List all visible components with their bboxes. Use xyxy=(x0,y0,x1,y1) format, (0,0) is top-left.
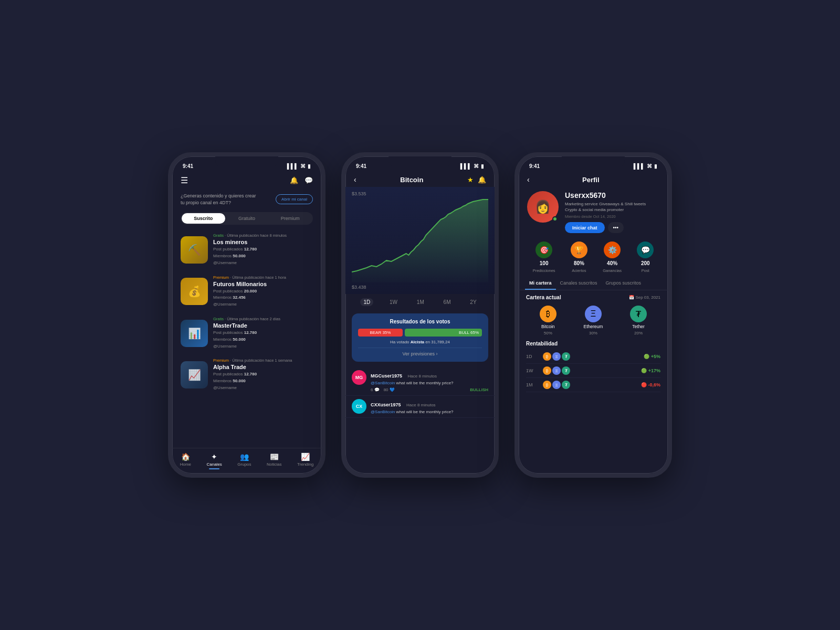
comment-username[interactable]: CXXuser1975 xyxy=(371,402,401,407)
wallet-header: Cartera actual 📅 Sep 03, 2021 xyxy=(526,295,660,300)
channel-stats: Post publicados 12.780 Miembros 50.000 @… xyxy=(213,246,313,266)
battery-icon: ▮ xyxy=(481,163,484,169)
profile-description: Marketing service Giveaways & Shill twee… xyxy=(565,201,659,213)
stat-label: Post xyxy=(642,268,649,273)
channel-thumb: ⛏️ xyxy=(181,236,208,264)
crypto-row: ₿ Bitcoin 50% Ξ Ethereum 30% ₮ Tether 20… xyxy=(526,306,660,335)
hamburger-icon[interactable]: ☰ xyxy=(181,175,188,185)
avatar: MG xyxy=(352,370,366,385)
home-icon: 🏠 xyxy=(181,453,190,461)
comment-header: MGCuser1975 Hace 8 minutos xyxy=(371,370,488,380)
phone3-header: ‹ Perfil xyxy=(519,171,668,187)
tab-mi-cartera[interactable]: Mi cartera xyxy=(525,277,556,290)
mention[interactable]: @SanBitcoin xyxy=(371,381,395,385)
tab-canales-suscritos[interactable]: Canales suscritos xyxy=(556,277,602,290)
channel-thumb: 💰 xyxy=(181,278,208,305)
mention[interactable]: @SanBitcoin xyxy=(371,410,395,414)
crypto-tether: ₮ Tether 20% xyxy=(630,306,647,335)
eth-coin: Ξ xyxy=(552,352,561,361)
favorite-icon[interactable]: ★ xyxy=(467,176,474,184)
profile-avatar-wrap: 👩 xyxy=(527,191,559,223)
like-count: 80 💙 xyxy=(384,387,395,392)
phone1-header: ☰ 🔔 💬 xyxy=(172,171,321,188)
btc-coin: ₿ xyxy=(543,352,551,361)
time-tab-1m[interactable]: 1M xyxy=(414,298,427,306)
channel-thumb: 📊 xyxy=(181,320,208,347)
vote-user: Alcista xyxy=(411,340,424,344)
phones-container: 9:41 ▌▌▌ ⌘ ▮ ☰ 🔔 💬 ¿Generas contenido y … xyxy=(168,152,672,478)
list-item[interactable]: 📊 Gratis · Última publicación hace 2 día… xyxy=(172,312,321,354)
nav-item-grupos[interactable]: 👥 Grupos xyxy=(237,453,251,469)
wifi-icon: ⌘ xyxy=(300,163,306,169)
trending-icon: 📈 xyxy=(301,453,310,461)
open-channel-button[interactable]: Abrir mi canal xyxy=(276,194,313,204)
wallet-section: Cartera actual 📅 Sep 03, 2021 ₿ Bitcoin … xyxy=(519,290,668,474)
list-item[interactable]: 💰 Premium · Última publicación hace 1 ho… xyxy=(172,271,321,312)
signal-icon: ▌▌▌ xyxy=(287,163,298,169)
vote-link[interactable]: Ver previsiones › xyxy=(358,348,482,356)
comment-time: Hace 8 minutos xyxy=(407,374,437,379)
comment-time: Hace 8 minutos xyxy=(406,403,436,407)
more-button[interactable]: ••• xyxy=(608,222,624,233)
nav-item-home[interactable]: 🏠 Home xyxy=(180,453,191,469)
list-item[interactable]: 📈 Premium · Última publicación hace 1 se… xyxy=(172,354,321,395)
price-high-label: $3.535 xyxy=(352,191,488,196)
rent-coins: ₿ Ξ ₮ xyxy=(543,381,641,389)
chat-icon[interactable]: 💬 xyxy=(304,176,313,184)
bell-icon[interactable]: 🔔 xyxy=(290,176,298,184)
header-icons: ★ 🔔 xyxy=(467,176,486,184)
channel-name: MasterTrade xyxy=(213,322,313,329)
channel-info: Premium · Última publicación hace 1 hora… xyxy=(213,275,313,308)
nav-label-trending: Trending xyxy=(297,462,313,467)
time-tab-6m[interactable]: 6M xyxy=(440,298,454,306)
nav-item-canales[interactable]: ✦ Canales xyxy=(207,453,222,469)
tab-gratuito[interactable]: Gratuito xyxy=(225,213,269,224)
back-button[interactable]: ‹ xyxy=(527,175,530,184)
comment-count: 6 💬 xyxy=(371,387,380,392)
thumb-icon: 📈 xyxy=(181,361,208,388)
channel-tag: Gratis · Última publicación hace 2 días xyxy=(213,317,313,321)
time-tab-1d[interactable]: 1D xyxy=(360,298,373,306)
time-tab-1w[interactable]: 1W xyxy=(386,298,401,306)
bitcoin-title: Bitcoin xyxy=(400,176,423,184)
vote-bars: BEAR 35% BULL 65% xyxy=(358,329,482,337)
channel-thumb: 📈 xyxy=(181,361,208,388)
usdt-coin: ₮ xyxy=(562,366,570,375)
predictions-icon: 🎯 xyxy=(536,242,552,258)
aciertos-icon: 🏆 xyxy=(571,242,587,258)
rent-coins: ₿ Ξ ₮ xyxy=(543,366,641,375)
vote-info: Ha votado Alcista en 31,789,24 xyxy=(358,340,482,344)
tag-premium: Premium xyxy=(213,358,229,363)
comment-username[interactable]: MGCuser1975 xyxy=(371,373,402,379)
period-label: 1D xyxy=(526,354,539,359)
crypto-pct: 20% xyxy=(634,331,643,335)
phone1: 9:41 ▌▌▌ ⌘ ▮ ☰ 🔔 💬 ¿Generas contenido y … xyxy=(168,152,326,478)
phone1-time: 9:41 xyxy=(183,163,193,169)
back-button[interactable]: ‹ xyxy=(354,175,356,184)
stat-value: 200 xyxy=(641,260,650,266)
usdt-coin: ₮ xyxy=(562,352,570,361)
nav-item-noticias[interactable]: 📰 Noticias xyxy=(267,453,281,469)
thumb-icon: 💰 xyxy=(181,278,208,305)
stat-value: 40% xyxy=(607,260,617,266)
list-item[interactable]: ⛏️ Gratis · Última publicación hace 8 mi… xyxy=(172,229,321,270)
time-tab-2y[interactable]: 2Y xyxy=(467,298,479,306)
battery-icon: ▮ xyxy=(308,163,311,169)
chart-area: $3.535 $3.438 xyxy=(345,187,495,294)
nav-item-trending[interactable]: 📈 Trending xyxy=(297,453,313,469)
tab-grupos-suscritos[interactable]: Grupos suscritos xyxy=(602,277,646,290)
tab-premium[interactable]: Premium xyxy=(268,213,312,224)
channel-name: Futuros Millonarios xyxy=(213,281,313,287)
rent-value: 🔴 -0,6% xyxy=(641,382,660,387)
sentiment-badge: BULLISH xyxy=(470,387,488,392)
btc-icon: ₿ xyxy=(540,306,556,322)
period-label: 1M xyxy=(526,382,539,387)
wallet-date: 📅 Sep 03, 2021 xyxy=(629,295,660,300)
promo-text: ¿Generas contenido y quieres crear tu pr… xyxy=(181,193,276,206)
chat-button[interactable]: Iniciar chat xyxy=(565,222,605,233)
phone2-header: ‹ Bitcoin ★ 🔔 xyxy=(345,171,495,187)
bell-icon[interactable]: 🔔 xyxy=(478,176,486,184)
list-item: MG MGCuser1975 Hace 8 minutos @SanBitcoi… xyxy=(345,367,495,396)
phone1-notch xyxy=(215,156,278,168)
tab-suscrito[interactable]: Suscrito xyxy=(182,213,225,224)
